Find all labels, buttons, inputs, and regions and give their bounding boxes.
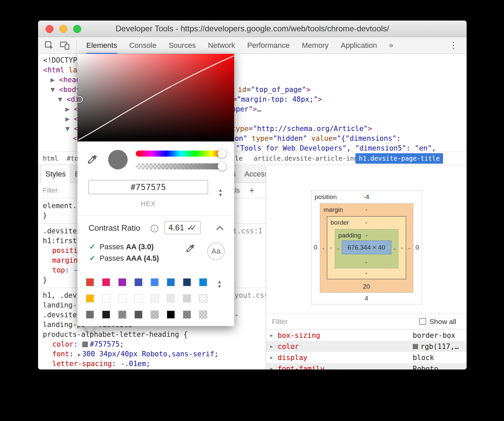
box-model-padding-layer[interactable]: padding - - - - 676.344 × 40 <box>335 229 398 268</box>
tab-styles[interactable]: Styles <box>41 165 70 183</box>
eyedropper-icon[interactable] <box>87 154 98 165</box>
palette-swatch[interactable] <box>151 311 159 319</box>
disclosure-arrow-icon[interactable]: ▶ <box>270 366 278 369</box>
palette-swatch-fill <box>151 279 158 286</box>
palette-swatch[interactable] <box>102 278 110 286</box>
palette-swatch[interactable] <box>134 278 143 286</box>
tab-sources[interactable]: Sources <box>168 37 196 54</box>
stepper-down-icon[interactable]: ▼ <box>217 284 222 289</box>
palette-swatch[interactable] <box>86 278 94 286</box>
pick-background-color-icon[interactable] <box>185 243 195 253</box>
color-format-stepper[interactable]: ▲ ▼ <box>218 188 223 197</box>
show-all-checkbox[interactable] <box>419 318 426 325</box>
new-style-rule-button[interactable]: + <box>249 185 254 196</box>
palette-swatch[interactable] <box>102 294 110 302</box>
tab-application[interactable]: Application <box>341 37 377 54</box>
color-picker-popup: ▲ ▼ HEX Contrast Ratio i 4.61 ✓✓ ✓ Passe… <box>77 54 234 326</box>
palette-pager[interactable]: ▲ ▼ <box>217 280 222 289</box>
palette-swatch[interactable] <box>167 278 175 286</box>
palette-swatch[interactable] <box>199 278 207 286</box>
tab-console[interactable]: Console <box>129 37 157 54</box>
box-model-margin-layer[interactable]: margin - - - 20 border - - - - <box>320 203 413 293</box>
palette-swatch[interactable] <box>86 294 94 302</box>
device-toolbar-icon[interactable] <box>60 40 70 51</box>
box-model-position-layer[interactable]: position -4 0 0 4 margin - - - 20 bord <box>311 191 422 304</box>
palette-swatch[interactable] <box>151 294 159 302</box>
tab-performance[interactable]: Performance <box>247 37 290 54</box>
box-model-border-layer[interactable]: border - - - - padding - - - <box>327 216 406 279</box>
tab-elements[interactable]: Elements <box>86 37 117 54</box>
disclosure-arrow-icon[interactable]: ▶ <box>51 76 59 84</box>
box-model-content-size[interactable]: 676.344 × 40 <box>342 240 391 254</box>
devtools-window: Developer Tools - https://developers.goo… <box>38 21 467 369</box>
code-line[interactable]: margin: ▶40px 0 20px; <box>38 369 266 369</box>
breadcrumb-item-article-inner[interactable]: article.devsite-article-inner <box>254 152 366 165</box>
disclosure-arrow-icon[interactable]: ▶ <box>78 352 82 358</box>
minimize-button[interactable] <box>59 25 67 33</box>
disclosure-arrow-icon[interactable]: ▶ <box>270 333 278 338</box>
tab-accessibility[interactable]: Accessibility <box>240 165 266 183</box>
zoom-button[interactable] <box>73 25 81 33</box>
computed-row-font-family[interactable]: ▶ font-family Roboto, … <box>266 363 467 369</box>
palette-swatch[interactable] <box>118 294 126 302</box>
alpha-slider-knob[interactable] <box>218 162 226 171</box>
palette-swatch[interactable] <box>199 311 207 319</box>
collapse-contrast-icon[interactable] <box>216 226 223 233</box>
tab-network[interactable]: Network <box>208 37 235 54</box>
computed-row-display[interactable]: ▶ display block <box>266 352 467 363</box>
text-preview-button[interactable]: Aa <box>207 242 225 260</box>
info-icon[interactable]: i <box>151 225 158 232</box>
palette-swatch[interactable] <box>167 311 175 319</box>
hue-slider-knob[interactable] <box>218 149 226 158</box>
disclosure-arrow-icon[interactable]: ▼ <box>58 95 66 103</box>
breadcrumb-item-html[interactable]: html <box>43 152 58 165</box>
palette-swatch[interactable] <box>183 294 191 302</box>
palette-swatch[interactable] <box>134 311 143 319</box>
palette-swatch[interactable] <box>151 278 159 286</box>
alpha-slider[interactable] <box>136 163 226 169</box>
window-titlebar[interactable]: Developer Tools - https://developers.goo… <box>38 21 467 37</box>
palette-swatch[interactable] <box>102 311 110 319</box>
palette-swatch[interactable] <box>118 278 126 286</box>
code-line[interactable]: products-alphabet-letter-heading { <box>38 330 266 339</box>
more-tabs-button[interactable]: » <box>389 37 393 54</box>
computed-filter-input[interactable]: Filter <box>272 318 288 326</box>
computed-properties-list: ▶ box-sizing border-box ▶ color rgb(117,… <box>266 330 467 369</box>
stepper-up-icon[interactable]: ▲ <box>218 188 223 193</box>
inspect-element-icon[interactable] <box>44 40 54 51</box>
code-line[interactable]: font: ▶300 34px/40px Roboto,sans-serif; <box>38 349 266 359</box>
palette-swatch[interactable] <box>134 294 143 302</box>
padding-right-value: - <box>391 245 398 253</box>
code-token: "Tools for Web Developers", "dimension5"… <box>236 144 436 152</box>
palette-swatch-fill <box>167 279 175 286</box>
palette-swatch[interactable] <box>183 311 191 319</box>
palette-swatch[interactable] <box>183 278 191 286</box>
palette-swatch[interactable] <box>199 294 207 302</box>
palette-swatch[interactable] <box>167 294 175 302</box>
tab-memory[interactable]: Memory <box>302 37 328 54</box>
disclosure-arrow-icon[interactable]: ▶ <box>65 115 74 123</box>
stepper-up-icon[interactable]: ▲ <box>217 280 222 284</box>
code-token: font <box>52 350 69 358</box>
disclosure-arrow-icon[interactable]: ▶ <box>65 105 74 113</box>
breadcrumb-item-page-title[interactable]: h1.devsite-page-title <box>355 153 443 164</box>
code-line[interactable]: color: #757575; <box>38 339 266 349</box>
palette-swatch[interactable] <box>118 311 126 319</box>
hex-input[interactable] <box>88 180 208 194</box>
code-line[interactable]: letter-spacing: -.01em; <box>38 359 266 369</box>
code-token: = <box>269 134 273 142</box>
computed-row-box-sizing[interactable]: ▶ box-sizing border-box <box>266 330 467 341</box>
disclosure-arrow-icon[interactable]: ▶ <box>270 344 278 349</box>
disclosure-arrow-icon[interactable]: ▼ <box>51 86 59 94</box>
saturation-value-gradient[interactable] <box>77 54 234 141</box>
devtools-menu-icon[interactable]: ⋮ <box>446 40 461 51</box>
close-button[interactable] <box>45 25 54 33</box>
disclosure-arrow-icon[interactable]: ▼ <box>65 125 74 133</box>
computed-row-color[interactable]: ▶ color rgb(117,… <box>266 341 467 352</box>
disclosure-arrow-icon[interactable]: ▶ <box>270 355 278 360</box>
palette-swatch[interactable] <box>86 311 94 319</box>
color-swatch[interactable] <box>82 342 88 347</box>
hue-slider[interactable] <box>136 151 226 157</box>
styles-filter-input[interactable]: Filter <box>43 187 58 194</box>
stepper-down-icon[interactable]: ▼ <box>218 193 223 197</box>
